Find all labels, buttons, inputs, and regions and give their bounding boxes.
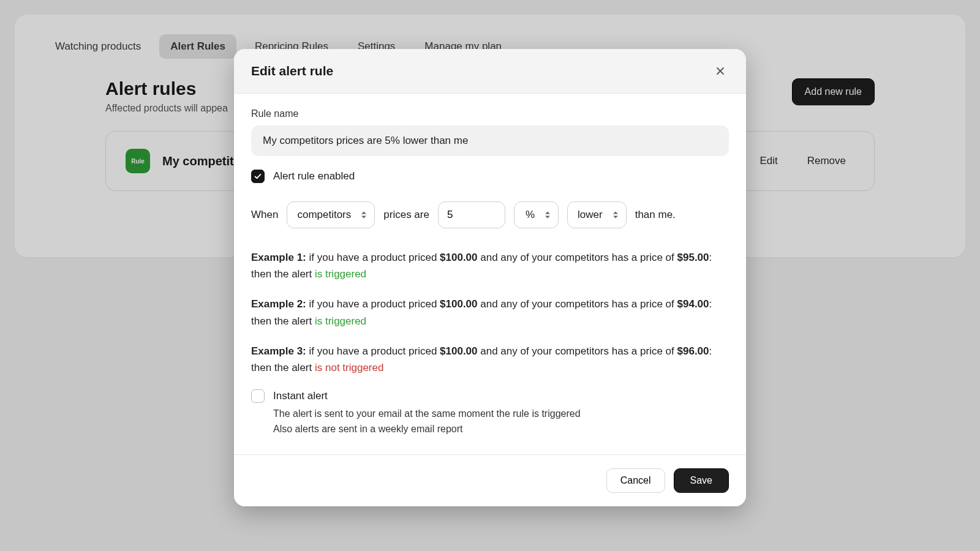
rule-name-label: Rule name <box>251 108 729 119</box>
modal-body: Rule name Alert rule enabled When compet… <box>234 94 746 454</box>
instant-alert-desc-1: The alert is sent to your email at the s… <box>273 407 729 422</box>
cancel-button[interactable]: Cancel <box>606 468 665 493</box>
direction-select-value: lower <box>578 209 603 221</box>
threshold-value-input[interactable] <box>438 201 505 228</box>
chevron-updown-icon <box>612 211 619 219</box>
chevron-updown-icon <box>545 211 551 219</box>
instant-alert-label: Instant alert <box>273 390 328 402</box>
modal-footer: Cancel Save <box>234 454 746 506</box>
direction-select[interactable]: lower <box>567 201 627 228</box>
unit-select-value: % <box>526 209 535 221</box>
modal-overlay[interactable]: Edit alert rule Rule name Alert rule ena… <box>0 0 980 551</box>
prices-are-text: prices are <box>383 209 429 221</box>
examples-section: Example 1: if you have a product priced … <box>251 249 729 376</box>
example-1: Example 1: if you have a product priced … <box>251 249 729 282</box>
alert-enabled-checkbox[interactable] <box>251 170 265 183</box>
instant-alert-desc-2: Also alerts are sent in a weekly email r… <box>273 422 729 437</box>
instant-alert-section: Instant alert The alert is sent to your … <box>251 389 729 437</box>
example-3: Example 3: if you have a product priced … <box>251 343 729 376</box>
when-text: When <box>251 209 278 221</box>
rule-name-input[interactable] <box>251 126 729 156</box>
condition-sentence: When competitors prices are % <box>251 201 729 228</box>
than-me-text: than me. <box>635 209 676 221</box>
close-icon[interactable] <box>712 62 729 80</box>
modal-header: Edit alert rule <box>234 49 746 94</box>
instant-alert-checkbox[interactable] <box>251 389 265 403</box>
who-select[interactable]: competitors <box>287 201 375 228</box>
edit-alert-rule-modal: Edit alert rule Rule name Alert rule ena… <box>234 49 746 506</box>
modal-title: Edit alert rule <box>251 64 333 78</box>
example-2: Example 2: if you have a product priced … <box>251 296 729 329</box>
alert-enabled-label: Alert rule enabled <box>273 170 355 182</box>
save-button[interactable]: Save <box>674 468 729 493</box>
who-select-value: competitors <box>297 209 351 221</box>
unit-select[interactable]: % <box>514 201 559 228</box>
chevron-updown-icon <box>361 211 367 219</box>
